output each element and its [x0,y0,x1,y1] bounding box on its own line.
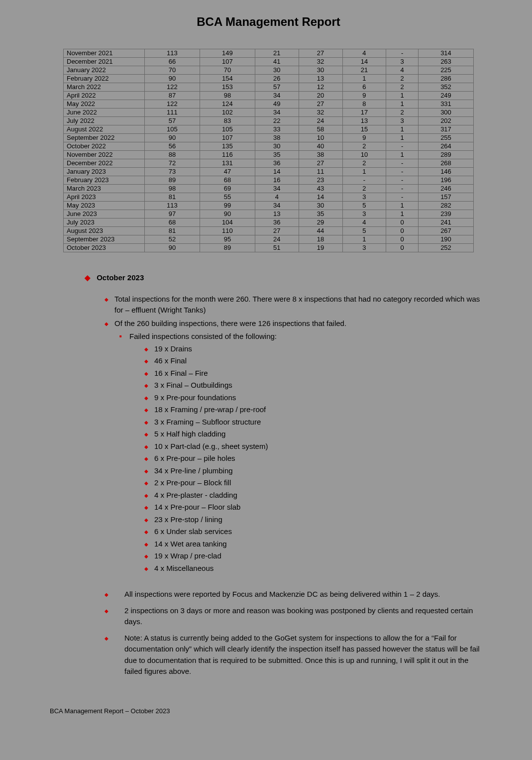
table-cell: 5 [342,227,386,235]
table-cell: February 2022 [64,75,145,83]
level3-list: 19 x Drains46 x Final16 x Final – Fire 3… [144,343,487,574]
table-cell: October 2022 [64,142,145,151]
page-title: BCA Management Report [50,15,487,29]
list-item: 14 x Wet area tanking [144,539,487,550]
table-cell: 38 [255,134,299,142]
level1-list: Total inspections for the month were 260… [105,294,487,574]
table-cell: 107 [200,58,255,66]
table-cell: 30 [299,66,342,75]
table-cell: 14 [255,168,299,176]
table-cell: 3 [386,58,419,66]
table-cell: 9 [342,134,386,142]
table-cell: 0 [386,235,419,244]
list-item: 10 x Part-clad (e.g., sheet system) [144,441,487,452]
table-cell: 267 [419,227,474,235]
table-cell: 16 [255,176,299,185]
table-cell: 3 [386,117,419,125]
list-item: All inspections were reported by Focus a… [105,589,487,600]
bullet-icon: ◆ [85,272,91,284]
list-item: 2 x Pre-pour – Block fill [144,477,487,489]
table-cell: 12 [299,83,342,92]
table-cell: 2 [386,109,419,117]
data-table: November 202111314921274-314December 202… [63,49,474,252]
table-cell: 196 [419,176,474,185]
table-row: May 2022122124492781331 [64,100,474,109]
section-heading-text: October 2023 [97,273,144,282]
table-cell: 124 [200,100,255,109]
table-cell: 264 [419,142,474,151]
table-cell: 116 [200,151,255,159]
list-item: 34 x Pre-line / plumbing [144,465,487,477]
table-cell: 3 [342,244,386,252]
list-item: 3 x Final – Outbuildings [144,380,487,391]
table-cell: - [386,49,419,58]
table-cell: 24 [299,117,342,125]
table-cell: 38 [299,151,342,159]
table-cell: 11 [299,168,342,176]
page-footer: BCA Management Report – October 2023 [50,707,487,715]
table-cell: 13 [255,210,299,218]
list-item: 3 x Framing – Subfloor structure [144,417,487,428]
table-cell: 2 [386,75,419,83]
table-cell: April 2023 [64,193,145,202]
table-row: July 202257832224133202 [64,117,474,125]
table-row: March 2023986934432-246 [64,185,474,193]
table-row: October 20239089511930252 [64,244,474,252]
table-cell: 113 [145,202,200,210]
table-cell: 3 [342,193,386,202]
table-cell: - [386,185,419,193]
table-cell: 1 [386,134,419,142]
table-cell: 113 [145,49,200,58]
table-cell: 19 [299,244,342,252]
table-cell: 2 [342,185,386,193]
table-cell: 18 [299,235,342,244]
table-cell: 249 [419,92,474,100]
table-cell: 13 [299,75,342,83]
table-cell: 23 [299,176,342,185]
table-cell: 88 [145,151,200,159]
table-cell: 0 [386,227,419,235]
table-cell: 331 [419,100,474,109]
table-cell: 36 [255,159,299,168]
table-cell: 1 [386,92,419,100]
table-cell: 289 [419,151,474,159]
table-cell: 35 [255,151,299,159]
table-cell: 4 [342,218,386,227]
table-cell: October 2023 [64,244,145,252]
table-cell: 70 [145,66,200,75]
table-row: March 2022122153571262352 [64,83,474,92]
list-item: 16 x Final – Fire [144,368,487,379]
section-header: ◆ October 2023 [85,272,487,284]
table-cell: 14 [342,58,386,66]
table-cell: 2 [342,142,386,151]
table-cell: 15 [342,125,386,134]
table-cell: May 2022 [64,100,145,109]
table-cell: December 2022 [64,159,145,168]
table-row: July 202368104362940241 [64,218,474,227]
table-cell: 27 [299,159,342,168]
table-cell: 0 [386,218,419,227]
table-cell: - [386,159,419,168]
table-cell: 153 [200,83,255,92]
table-cell: 241 [419,218,474,227]
table-row: April 20228798342091249 [64,92,474,100]
table-cell: 90 [145,75,200,83]
table-cell: March 2022 [64,83,145,92]
table-cell: 20 [299,92,342,100]
list-item: 23 x Pre-stop / lining [144,514,487,526]
table-cell: 202 [419,117,474,125]
table-cell: 105 [200,125,255,134]
table-cell: 102 [200,109,255,117]
table-cell: 317 [419,125,474,134]
table-cell: 69 [200,185,255,193]
table-cell: 154 [200,75,255,83]
table-cell: 70 [200,66,255,75]
table-cell: January 2022 [64,66,145,75]
table-cell: 190 [419,235,474,244]
notes-list: All inspections were reported by Focus a… [105,589,487,677]
list-item: Of the 260 building inspections, there w… [105,318,487,329]
table-row: September 202290107381091255 [64,134,474,142]
table-cell: 34 [255,92,299,100]
table-cell: 52 [145,235,200,244]
table-cell: 90 [145,134,200,142]
